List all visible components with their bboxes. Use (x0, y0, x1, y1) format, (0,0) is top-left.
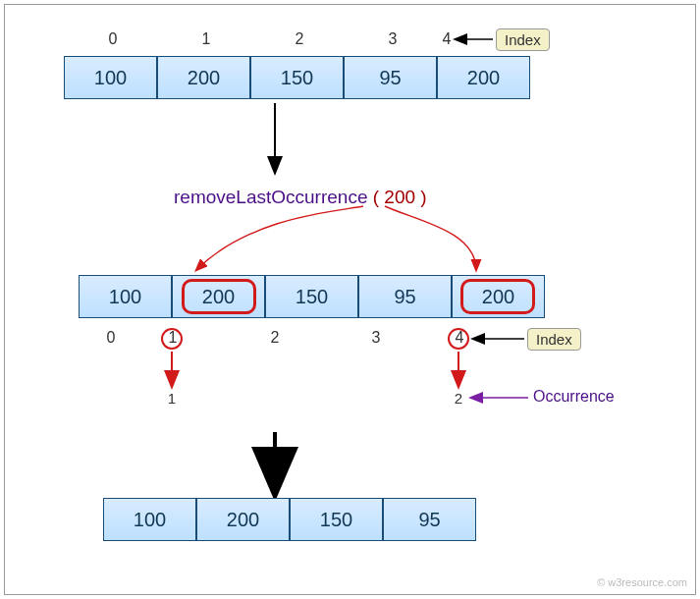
row1-index-2: 2 (280, 30, 319, 48)
circle-index-4 (448, 328, 469, 350)
row2-cell-3: 95 (358, 275, 452, 318)
index-tag-top: Index (496, 28, 550, 51)
method-call: removeLastOccurrence ( 200 ) (174, 187, 427, 208)
row2-index-0: 0 (91, 329, 131, 347)
paren-close: ) (420, 187, 426, 207)
occurrence-1: 1 (162, 390, 182, 407)
circle-index-1 (161, 328, 183, 350)
index-tag-middle: Index (527, 328, 581, 351)
row1-index-4: 4 (427, 30, 466, 48)
row1-index-3: 3 (373, 30, 412, 48)
row1-cell-2: 150 (250, 56, 344, 99)
row1-cell-0: 100 (64, 56, 157, 99)
row1-cell-3: 95 (344, 56, 437, 99)
row1-index-0: 0 (93, 30, 133, 48)
row2-cell-2: 150 (265, 275, 358, 318)
row2-cell-0: 100 (79, 275, 172, 318)
attribution: © w3resource.com (597, 576, 687, 588)
row3-cell-3: 95 (383, 498, 476, 541)
occurrence-2: 2 (449, 390, 468, 407)
row3-cell-0: 100 (103, 498, 196, 541)
highlight-match-1 (182, 279, 256, 314)
row1-cell-4: 200 (437, 56, 530, 99)
row2-index-3: 3 (356, 329, 396, 347)
occurrence-label: Occurrence (533, 388, 615, 406)
row1-index-1: 1 (187, 30, 226, 48)
row3-cell-1: 200 (196, 498, 290, 541)
row1-cell-1: 200 (157, 56, 250, 99)
row3-cell-2: 150 (290, 498, 383, 541)
row2-index-2: 2 (255, 329, 295, 347)
diagram-canvas: 0 1 2 3 4 Index 100 200 150 95 200 remov… (4, 4, 696, 595)
paren-open: ( (373, 187, 379, 207)
highlight-match-2 (460, 279, 535, 314)
method-arg: 200 (384, 187, 415, 207)
method-name: removeLastOccurrence (174, 187, 367, 207)
